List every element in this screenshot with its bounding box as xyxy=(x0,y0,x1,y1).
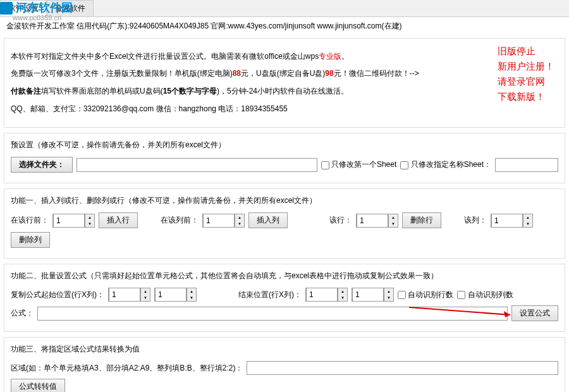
func2-section: 功能二、批量设置公式（只需填好起始位置单元格公式，其他位置将会自动填充，与exc… xyxy=(4,264,565,332)
delete-col-button[interactable]: 删除列 xyxy=(11,232,50,248)
insert-col-button[interactable]: 插入列 xyxy=(248,212,288,228)
region-input[interactable] xyxy=(247,361,558,375)
del-col-spinner[interactable]: ▲▼ xyxy=(491,214,533,228)
tab-bar: 软件设置 金浚软件 xyxy=(0,0,569,17)
start-pos-label: 复制公式起始位置(行X列)： xyxy=(11,290,104,300)
insert-row-button[interactable]: 插入行 xyxy=(99,212,138,228)
start-col-spinner[interactable]: ▲▼ xyxy=(154,288,197,302)
spin-down-icon[interactable]: ▼ xyxy=(338,295,347,301)
func3-title: 功能三、将指定区域公式结果转换为值 xyxy=(11,344,558,355)
func1-title: 功能一、插入列或行、删除列或行（修改不可逆，操作前请先备份，并关闭所有excel… xyxy=(11,195,558,206)
spin-up-icon[interactable]: ▲ xyxy=(523,214,532,221)
end-row-spinner[interactable]: ▲▼ xyxy=(305,288,348,302)
spin-up-icon[interactable]: ▲ xyxy=(384,288,393,295)
row-label: 该行： xyxy=(329,215,352,226)
notice-line-4: QQ、邮箱、支付宝：332092136@qq.com 微信：hangzhong … xyxy=(11,102,558,116)
spin-up-icon[interactable]: ▲ xyxy=(187,288,196,295)
tab-software-settings[interactable]: 软件设置 xyxy=(0,0,47,16)
spin-up-icon[interactable]: ▲ xyxy=(389,214,398,221)
delete-row-button[interactable]: 删除行 xyxy=(402,212,441,228)
spin-up-icon[interactable]: ▲ xyxy=(141,288,150,295)
convert-button[interactable]: 公式转转值 xyxy=(11,379,65,392)
notice-line-1: 本软件可对指定文件夹中多个Excel文件进行批量设置公式。电脑需装有微软offi… xyxy=(11,50,558,64)
spin-down-icon[interactable]: ▼ xyxy=(141,295,150,301)
func1-section: 功能一、插入列或行、删除列或行（修改不可逆，操作前请先备份，并关闭所有excel… xyxy=(4,188,565,259)
cb-named-sheet-label[interactable]: 只修改指定名称Sheet： xyxy=(400,159,491,170)
tab-jinjun-software[interactable]: 金浚软件 xyxy=(47,0,94,16)
cb-named-sheet[interactable] xyxy=(400,161,408,169)
formula-label: 公式： xyxy=(11,308,34,319)
preset-title: 预设置（修改不可逆，操作前请先备份，并关闭所有excel文件） xyxy=(11,140,558,150)
before-row-spinner[interactable]: ▲▼ xyxy=(52,214,95,228)
sheet-name-input[interactable] xyxy=(495,158,558,172)
spin-down-icon[interactable]: ▼ xyxy=(85,221,94,227)
spin-down-icon[interactable]: ▼ xyxy=(389,221,398,227)
func2-title: 功能二、批量设置公式（只需填好起始位置单元格公式，其他位置将会自动填充，与exc… xyxy=(11,271,558,281)
preset-section: 预设置（修改不可逆，操作前请先备份，并关闭所有excel文件） 选择文件夹： 只… xyxy=(4,133,565,183)
func3-section: 功能三、将指定区域公式结果转换为值 区域(如：单个单元格填A3、部分填A2:A9… xyxy=(4,337,565,392)
before-row-label: 在该行前： xyxy=(11,215,49,226)
start-row-spinner[interactable]: ▲▼ xyxy=(108,288,150,302)
spin-down-icon[interactable]: ▼ xyxy=(235,221,244,227)
spin-down-icon[interactable]: ▼ xyxy=(384,295,393,301)
auto-cols-label[interactable]: 自动识别列数 xyxy=(457,290,513,300)
side-notice: 旧版停止 新用户注册！ 请登录官网 下载新版！ xyxy=(498,44,554,104)
cb-first-sheet[interactable] xyxy=(321,161,329,169)
end-pos-label: 结束位置(行X列)： xyxy=(238,290,302,300)
del-row-spinner[interactable]: ▲▼ xyxy=(356,214,398,228)
folder-path-input[interactable] xyxy=(76,158,317,172)
spin-up-icon[interactable]: ▲ xyxy=(235,214,244,221)
region-label: 区域(如：单个单元格填A3、部分填A2:A9、整列填B:B、整行填2:2)： xyxy=(11,363,243,374)
header-company-info: 金浚软件开发工作室 信用代码(广东):92440605MA4X049J85 官网… xyxy=(0,17,569,35)
before-col-spinner[interactable]: ▲▼ xyxy=(202,214,245,228)
select-folder-button[interactable]: 选择文件夹： xyxy=(11,157,73,173)
formula-input[interactable] xyxy=(37,307,508,321)
end-col-spinner[interactable]: ▲▼ xyxy=(352,288,394,302)
auto-rows-label[interactable]: 自动识别行数 xyxy=(398,290,453,300)
notice-box: 本软件可对指定文件夹中多个Excel文件进行批量设置公式。电脑需装有微软offi… xyxy=(4,38,565,128)
spin-up-icon[interactable]: ▲ xyxy=(85,214,94,221)
spin-down-icon[interactable]: ▼ xyxy=(523,221,532,227)
notice-line-3: 付款备注填写软件界面底部的单机码或U盘码(15个数字与字母)，5分钟-24小时内… xyxy=(11,85,558,99)
cb-auto-cols[interactable] xyxy=(457,291,465,299)
spin-up-icon[interactable]: ▲ xyxy=(338,288,347,295)
col-label: 该列： xyxy=(464,215,487,226)
cb-first-sheet-label[interactable]: 只修改第一个Sheet xyxy=(321,159,397,170)
notice-line-2: 免费版一次可修改3个文件，注册版无数量限制！单机版(绑定电脑)88元，U盘版(绑… xyxy=(11,67,558,81)
cb-auto-rows[interactable] xyxy=(398,291,406,299)
set-formula-button[interactable]: 设置公式 xyxy=(511,305,558,321)
spin-down-icon[interactable]: ▼ xyxy=(187,295,196,301)
before-col-label: 在该列前： xyxy=(161,215,199,226)
